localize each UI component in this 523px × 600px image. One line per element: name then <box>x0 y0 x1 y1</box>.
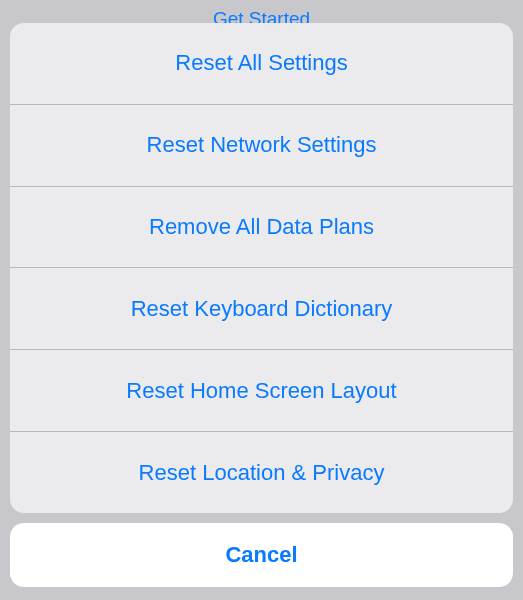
action-sheet-container: Reset All Settings Reset Network Setting… <box>10 23 513 587</box>
cancel-button[interactable]: Cancel <box>10 523 513 587</box>
reset-keyboard-dictionary-button[interactable]: Reset Keyboard Dictionary <box>10 267 513 349</box>
remove-all-data-plans-button[interactable]: Remove All Data Plans <box>10 186 513 268</box>
reset-home-screen-layout-button[interactable]: Reset Home Screen Layout <box>10 349 513 431</box>
action-sheet-options: Reset All Settings Reset Network Setting… <box>10 23 513 513</box>
reset-location-privacy-button[interactable]: Reset Location & Privacy <box>10 431 513 513</box>
reset-all-settings-button[interactable]: Reset All Settings <box>10 23 513 104</box>
reset-network-settings-button[interactable]: Reset Network Settings <box>10 104 513 186</box>
